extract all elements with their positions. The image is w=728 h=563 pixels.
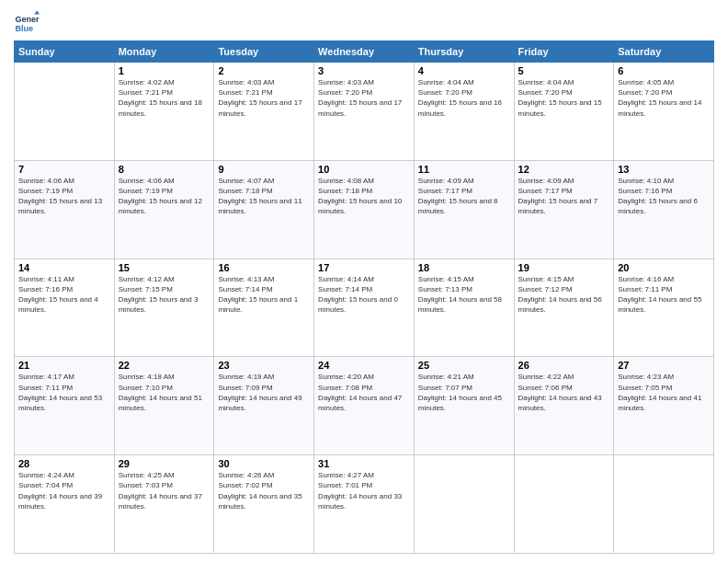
weekday-monday: Monday [114,41,214,63]
calendar-cell: 7Sunrise: 4:06 AMSunset: 7:19 PMDaylight… [15,160,115,259]
calendar-cell: 22Sunrise: 4:18 AMSunset: 7:10 PMDayligh… [114,357,214,455]
weekday-header-row: SundayMondayTuesdayWednesdayThursdayFrid… [15,41,714,63]
calendar-cell: 13Sunrise: 4:10 AMSunset: 7:16 PMDayligh… [614,160,714,259]
calendar-cell [614,455,714,554]
calendar-cell: 21Sunrise: 4:17 AMSunset: 7:11 PMDayligh… [15,357,115,455]
day-info: Sunrise: 4:06 AMSunset: 7:19 PMDaylight:… [119,176,210,217]
calendar-cell: 12Sunrise: 4:09 AMSunset: 7:17 PMDayligh… [514,160,614,259]
calendar-cell: 16Sunrise: 4:13 AMSunset: 7:14 PMDayligh… [214,259,314,357]
week-row-3: 14Sunrise: 4:11 AMSunset: 7:16 PMDayligh… [15,259,714,357]
day-number: 23 [218,360,310,371]
day-number: 4 [418,65,510,76]
day-number: 1 [119,65,210,76]
day-number: 30 [218,458,310,469]
day-number: 26 [518,360,610,371]
calendar-cell: 9Sunrise: 4:07 AMSunset: 7:18 PMDaylight… [214,160,314,259]
calendar-cell: 5Sunrise: 4:04 AMSunset: 7:20 PMDaylight… [514,63,614,161]
day-number: 12 [518,164,610,175]
weekday-wednesday: Wednesday [314,41,415,63]
calendar-cell: 23Sunrise: 4:19 AMSunset: 7:09 PMDayligh… [214,357,314,455]
day-info: Sunrise: 4:04 AMSunset: 7:20 PMDaylight:… [518,77,610,119]
weekday-thursday: Thursday [414,41,514,63]
day-info: Sunrise: 4:25 AMSunset: 7:03 PMDaylight:… [119,470,210,511]
calendar-body: 1Sunrise: 4:02 AMSunset: 7:21 PMDaylight… [15,63,714,554]
day-number: 24 [318,360,410,371]
calendar-cell: 8Sunrise: 4:06 AMSunset: 7:19 PMDaylight… [114,160,214,259]
calendar-cell: 28Sunrise: 4:24 AMSunset: 7:04 PMDayligh… [15,455,115,554]
calendar-cell: 6Sunrise: 4:05 AMSunset: 7:20 PMDaylight… [614,63,714,161]
header: General Blue [14,9,714,35]
day-number: 29 [119,458,210,469]
calendar-cell: 24Sunrise: 4:20 AMSunset: 7:08 PMDayligh… [314,357,415,455]
weekday-saturday: Saturday [614,41,714,63]
calendar-cell: 4Sunrise: 4:04 AMSunset: 7:20 PMDaylight… [414,63,514,161]
calendar-cell: 1Sunrise: 4:02 AMSunset: 7:21 PMDaylight… [114,63,214,161]
svg-marker-2 [34,10,40,14]
day-number: 21 [18,360,110,371]
day-number: 9 [218,164,310,175]
day-info: Sunrise: 4:04 AMSunset: 7:20 PMDaylight:… [418,77,510,119]
calendar-cell: 29Sunrise: 4:25 AMSunset: 7:03 PMDayligh… [114,455,214,554]
day-info: Sunrise: 4:24 AMSunset: 7:04 PMDaylight:… [18,470,110,511]
day-number: 20 [618,262,710,273]
weekday-sunday: Sunday [15,41,115,63]
day-info: Sunrise: 4:23 AMSunset: 7:05 PMDaylight:… [618,372,710,413]
weekday-friday: Friday [514,41,614,63]
day-info: Sunrise: 4:14 AMSunset: 7:14 PMDaylight:… [318,274,410,316]
day-number: 17 [318,262,410,273]
week-row-1: 1Sunrise: 4:02 AMSunset: 7:21 PMDaylight… [15,63,714,161]
day-number: 10 [318,164,410,175]
logo: General Blue [14,9,43,35]
day-number: 7 [18,164,110,175]
day-info: Sunrise: 4:12 AMSunset: 7:15 PMDaylight:… [119,274,210,316]
day-info: Sunrise: 4:06 AMSunset: 7:19 PMDaylight:… [18,176,110,217]
calendar-table: SundayMondayTuesdayWednesdayThursdayFrid… [14,40,714,554]
calendar-header: SundayMondayTuesdayWednesdayThursdayFrid… [15,41,714,63]
logo-icon: General Blue [14,9,40,35]
day-info: Sunrise: 4:22 AMSunset: 7:06 PMDaylight:… [518,372,610,413]
day-info: Sunrise: 4:08 AMSunset: 7:18 PMDaylight:… [318,176,410,217]
day-info: Sunrise: 4:21 AMSunset: 7:07 PMDaylight:… [418,372,510,413]
day-info: Sunrise: 4:11 AMSunset: 7:16 PMDaylight:… [18,274,110,316]
day-number: 19 [518,262,610,273]
calendar-cell: 27Sunrise: 4:23 AMSunset: 7:05 PMDayligh… [614,357,714,455]
day-number: 25 [418,360,510,371]
day-info: Sunrise: 4:10 AMSunset: 7:16 PMDaylight:… [618,176,710,217]
day-info: Sunrise: 4:20 AMSunset: 7:08 PMDaylight:… [318,372,410,413]
calendar-cell [514,455,614,554]
day-number: 3 [318,65,410,76]
day-info: Sunrise: 4:09 AMSunset: 7:17 PMDaylight:… [518,176,610,217]
calendar-cell [15,63,115,161]
day-info: Sunrise: 4:27 AMSunset: 7:01 PMDaylight:… [318,470,410,511]
calendar-cell: 15Sunrise: 4:12 AMSunset: 7:15 PMDayligh… [114,259,214,357]
svg-text:General: General [15,15,40,24]
day-info: Sunrise: 4:07 AMSunset: 7:18 PMDaylight:… [218,176,310,217]
day-info: Sunrise: 4:15 AMSunset: 7:12 PMDaylight:… [518,274,610,316]
week-row-4: 21Sunrise: 4:17 AMSunset: 7:11 PMDayligh… [15,357,714,455]
day-info: Sunrise: 4:15 AMSunset: 7:13 PMDaylight:… [418,274,510,316]
calendar-cell: 2Sunrise: 4:03 AMSunset: 7:21 PMDaylight… [214,63,314,161]
calendar-cell: 10Sunrise: 4:08 AMSunset: 7:18 PMDayligh… [314,160,415,259]
calendar-cell [414,455,514,554]
day-info: Sunrise: 4:26 AMSunset: 7:02 PMDaylight:… [218,470,310,511]
day-info: Sunrise: 4:16 AMSunset: 7:11 PMDaylight:… [618,274,710,316]
calendar-cell: 19Sunrise: 4:15 AMSunset: 7:12 PMDayligh… [514,259,614,357]
day-info: Sunrise: 4:09 AMSunset: 7:17 PMDaylight:… [418,176,510,217]
day-info: Sunrise: 4:18 AMSunset: 7:10 PMDaylight:… [119,372,210,413]
calendar-cell: 31Sunrise: 4:27 AMSunset: 7:01 PMDayligh… [314,455,415,554]
weekday-tuesday: Tuesday [214,41,314,63]
calendar-cell: 20Sunrise: 4:16 AMSunset: 7:11 PMDayligh… [614,259,714,357]
day-info: Sunrise: 4:03 AMSunset: 7:20 PMDaylight:… [318,77,410,119]
day-info: Sunrise: 4:17 AMSunset: 7:11 PMDaylight:… [18,372,110,413]
week-row-2: 7Sunrise: 4:06 AMSunset: 7:19 PMDaylight… [15,160,714,259]
day-number: 8 [119,164,210,175]
day-number: 22 [119,360,210,371]
day-number: 16 [218,262,310,273]
day-number: 14 [18,262,110,273]
day-number: 27 [618,360,710,371]
day-number: 31 [318,458,410,469]
day-number: 15 [119,262,210,273]
day-number: 5 [518,65,610,76]
day-number: 18 [418,262,510,273]
day-number: 11 [418,164,510,175]
